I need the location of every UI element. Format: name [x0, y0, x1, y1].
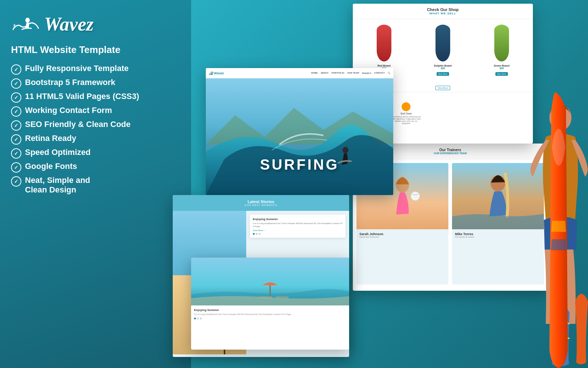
dark-board-shape: [435, 25, 450, 61]
feature-item-4: Working Contact Form: [11, 106, 173, 117]
nav-links: HOME ABOUT PORTFOLIO OUR TEAM PAGES ▾ CO…: [311, 72, 390, 74]
brand-tagline: HTML Website Template: [11, 44, 173, 56]
activity-surfzone: Surf Zone Something about selecting art …: [391, 102, 421, 124]
feature-label-6: Retina Ready: [25, 134, 76, 143]
shop-subtitle: WHAT WE SELL: [356, 12, 529, 15]
screenshot-main: 🏄 Wavez HOME ABOUT PORTFOLIO OUR TEAM PA…: [206, 68, 393, 195]
features-list: Fully Responsive Template Bootstrap 5 Fr…: [11, 64, 173, 195]
svg-point-2: [343, 147, 348, 153]
story-link-1[interactable]: View More →: [253, 229, 343, 231]
svg-point-7: [411, 192, 420, 201]
feature-label-9: Neat, Simple andClean Design: [25, 176, 90, 195]
nav-search[interactable]: 🔍: [388, 72, 390, 74]
feature-label-8: Google Fonts: [25, 162, 77, 171]
nav-portfolio: PORTFOLIO: [331, 72, 344, 74]
nav-pages: PAGES ▾: [362, 72, 371, 74]
decorative-orange-board: [548, 92, 588, 368]
logo-icon: [11, 11, 40, 37]
story-card-title-1: Enjoying Summer: [253, 217, 343, 221]
view-more-shop[interactable]: View More: [435, 86, 450, 90]
board-item-green: Green Board $96 Buy Now: [474, 25, 529, 76]
feature-label-2: Bootstrap 5 Framework: [25, 78, 115, 87]
surf-hero: SURFING: [206, 78, 393, 195]
blog-subtitle: OUR BEST MOMENTS: [177, 204, 345, 206]
feature-item-1: Fully Responsive Template: [11, 64, 173, 75]
blog2-dot-3: [200, 318, 202, 319]
feature-label-3: 11 HTML5 Valid Pages (CSS3): [25, 92, 139, 101]
blog2-dot-2: [197, 318, 199, 319]
shop-title: Check Our Shop: [356, 7, 529, 12]
check-icon-1: [11, 64, 21, 75]
nav-logo: 🏄 Wavez: [209, 71, 224, 75]
blog-card-2: Enjoying Summer It Is A Long Established…: [191, 258, 349, 350]
check-icon-7: [11, 148, 21, 159]
shop-header: Check Our Shop WHAT WE SELL: [353, 4, 533, 19]
feature-item-6: Retina Ready: [11, 134, 173, 145]
story-card-1: Enjoying Summer It Is A Long Established…: [250, 215, 345, 238]
check-icon-6: [11, 134, 21, 145]
board-item-dark: Dolphin Board $96 Buy Now: [415, 25, 470, 76]
feature-label-1: Fully Responsive Template: [25, 64, 129, 73]
dot-3: [259, 233, 261, 235]
feature-label-7: Speed Optimized: [25, 148, 90, 157]
brand-name: Wavez: [44, 13, 94, 35]
feature-label-5: SEO Friendly & Clean Code: [25, 120, 130, 129]
logo-area: Wavez: [11, 11, 173, 37]
board-name-green: Green Board: [474, 64, 529, 67]
nav-home: HOME: [311, 72, 318, 74]
left-panel: Wavez HTML Website Template Fully Respon…: [0, 0, 184, 368]
feature-item-3: 11 HTML5 Valid Pages (CSS3): [11, 92, 173, 103]
feature-item-5: SEO Friendly & Clean Code: [11, 120, 173, 131]
feature-item-2: Bootstrap 5 Framework: [11, 78, 173, 89]
trainer-role-1: Head Surf Instructor: [359, 236, 445, 238]
activity-label-2: Surf Zone: [391, 112, 421, 115]
trainer-info-1: Sarah Johnson Head Surf Instructor: [356, 229, 448, 241]
nav-contact: CONTACT: [374, 72, 385, 74]
feature-item-8: Google Fonts: [11, 162, 173, 173]
trainer-name-1: Sarah Johnson: [359, 232, 445, 236]
dot-2: [256, 233, 258, 235]
surfzone-icon: [402, 102, 410, 111]
dot-1: [253, 233, 255, 235]
blog2-dot-1: [194, 318, 196, 319]
green-board-shape: [494, 25, 509, 61]
blog-header: Latest Stories OUR BEST MOMENTS: [173, 195, 349, 211]
blog2-title: Enjoying Summer: [194, 308, 346, 312]
nav-about: ABOUT: [321, 72, 329, 74]
buy-now-dark[interactable]: Buy Now: [437, 72, 449, 76]
check-icon-9: [11, 176, 21, 187]
surf-text: SURFING: [260, 156, 339, 173]
check-icon-2: [11, 78, 21, 89]
blog2-content: Enjoying Summer It Is A Long Established…: [191, 305, 349, 322]
blog2-image: [191, 258, 349, 305]
red-board-shape: [377, 25, 391, 61]
check-icon-5: [11, 120, 21, 131]
blog2-dots: [194, 318, 346, 319]
feature-item-9: Neat, Simple andClean Design: [11, 176, 173, 195]
blog2-text: It Is A Long Established Fact That A Rea…: [194, 313, 346, 316]
check-icon-4: [11, 106, 21, 117]
svg-point-0: [25, 18, 30, 23]
board-name-red: Red Board: [356, 64, 412, 67]
feature-item-7: Speed Optimized: [11, 148, 173, 159]
feature-label-4: Working Contact Form: [25, 106, 112, 115]
board-price-dark: $96: [415, 67, 470, 70]
board-name-dark: Dolphin Board: [415, 64, 470, 67]
board-price-green: $96: [474, 67, 529, 70]
check-icon-3: [11, 92, 21, 103]
story-dots-1: [253, 233, 343, 235]
nav-bar: 🏄 Wavez HOME ABOUT PORTFOLIO OUR TEAM PA…: [206, 68, 393, 78]
story-card-text-1: It Is A Long Established Fact That A Rea…: [253, 222, 343, 228]
check-icon-8: [11, 162, 21, 173]
nav-team: OUR TEAM: [347, 72, 359, 74]
blog-title: Latest Stories: [177, 199, 345, 204]
